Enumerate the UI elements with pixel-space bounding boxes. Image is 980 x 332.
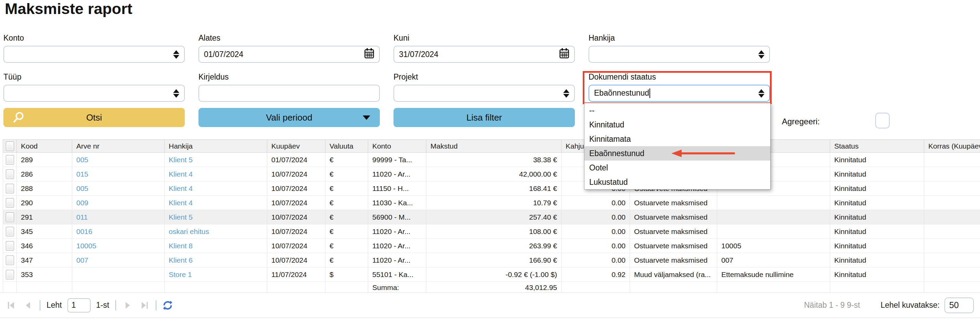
dokumendi-staatus-select[interactable]: Ebaõnnestunud xyxy=(589,85,770,102)
red-arrow-left-icon xyxy=(671,149,736,158)
hankija-select[interactable] xyxy=(589,46,770,63)
cell-makstud: 38.38 € xyxy=(426,153,562,167)
cell-arve-nr xyxy=(72,267,165,282)
cell-arve-nr: 011 xyxy=(72,210,165,224)
cell-tuup: Ostuarvete maksmised xyxy=(630,253,717,267)
select-all-checkbox[interactable] xyxy=(6,141,14,151)
dropdown-option[interactable]: Lukustatud xyxy=(584,175,770,189)
row-checkbox[interactable] xyxy=(6,241,14,251)
row-checkbox[interactable] xyxy=(6,198,14,208)
projekt-select[interactable] xyxy=(393,85,575,102)
page-number-input[interactable]: 1 xyxy=(67,298,91,313)
invoice-link[interactable]: 0016 xyxy=(76,228,92,236)
otsi-button[interactable]: Otsi xyxy=(3,108,185,127)
field-hankija: Hankija xyxy=(589,33,770,63)
supplier-link[interactable]: Klient 8 xyxy=(169,242,192,250)
header-konto: Konto xyxy=(368,140,426,153)
refresh-icon[interactable] xyxy=(162,300,173,310)
konto-select[interactable] xyxy=(3,46,185,63)
cell-arve-nr: 005 xyxy=(72,153,165,167)
supplier-link[interactable]: Klient 5 xyxy=(169,213,192,221)
cell-hankija: Store 1 xyxy=(165,267,267,282)
invoice-link[interactable]: 005 xyxy=(76,185,88,192)
dropdown-option[interactable]: Kinnitamata xyxy=(584,132,770,146)
cell-makstud: 10.79 € xyxy=(426,196,562,210)
vali-periood-button[interactable]: Vali periood xyxy=(199,108,380,127)
row-checkbox[interactable] xyxy=(6,184,14,193)
cell-valuuta: € xyxy=(325,153,368,167)
first-page-icon[interactable] xyxy=(6,300,16,310)
header-makstud: Makstud xyxy=(426,140,562,153)
leht-label: Leht xyxy=(46,300,62,310)
table-row: 291 011 Klient 5 10/07/2024 € 56900 - M.… xyxy=(3,210,980,224)
previous-page-icon[interactable] xyxy=(23,300,33,310)
invoice-link[interactable]: 007 xyxy=(76,256,88,264)
table-row: 288 005 Klient 4 10/07/2024 € 11150 - H.… xyxy=(3,181,980,196)
page-size-input[interactable]: 50 xyxy=(944,297,974,313)
cell-konto: 11030 - Ka... xyxy=(368,196,426,210)
invoice-link[interactable]: 011 xyxy=(76,213,88,221)
field-kirjeldus: Kirjeldus xyxy=(199,72,380,102)
next-page-icon[interactable] xyxy=(122,300,132,310)
dokumendi-staatus-label: Dokumendi staatus xyxy=(589,72,770,82)
lisa-filter-button[interactable]: Lisa filter xyxy=(393,108,575,127)
calendar-icon[interactable] xyxy=(559,48,570,61)
row-checkbox[interactable] xyxy=(6,155,14,164)
cell-kuupaev: 10/07/2024 xyxy=(267,239,325,253)
row-checkbox[interactable] xyxy=(6,212,14,222)
cell-korras xyxy=(924,224,980,239)
field-alates: Alates 01/07/2024 xyxy=(199,33,380,63)
supplier-link[interactable]: Klient 4 xyxy=(169,185,192,192)
cell-viide: 10005 xyxy=(717,239,830,253)
row-checkbox[interactable] xyxy=(6,227,14,236)
cell-arve-nr: 007 xyxy=(72,253,165,267)
cell-makstud: 166.90 € xyxy=(426,253,562,267)
agregeeri-checkbox[interactable] xyxy=(875,113,890,128)
cell-staatus: Kinnitatud xyxy=(830,267,924,282)
cell-makstud: 42,000.00 € xyxy=(426,167,562,181)
cell-kood: 289 xyxy=(17,153,72,167)
row-checkbox[interactable] xyxy=(6,256,14,265)
supplier-link[interactable]: Klient 6 xyxy=(169,256,192,264)
tuup-select[interactable] xyxy=(3,85,185,102)
kuni-date-input[interactable]: 31/07/2024 xyxy=(393,46,575,63)
calendar-icon[interactable] xyxy=(364,48,374,61)
dropdown-option[interactable]: -- xyxy=(584,103,770,117)
cell-makstud: -0.92 € (-1.00 $) xyxy=(426,267,562,282)
cell-valuuta: € xyxy=(325,167,368,181)
supplier-link[interactable]: Klient 5 xyxy=(169,156,192,164)
row-checkbox[interactable] xyxy=(6,169,14,179)
kirjeldus-input[interactable] xyxy=(199,85,380,102)
cell-kood: 345 xyxy=(17,224,72,239)
cell-staatus: Kinnitatud xyxy=(830,224,924,239)
cell-hankija: Klient 4 xyxy=(165,167,267,181)
status-dropdown: -- Kinnitatud Kinnitamata Ebaõnnestunud … xyxy=(584,103,771,190)
cell-kood: 290 xyxy=(17,196,72,210)
cell-valuuta: € xyxy=(325,210,368,224)
cell-korras xyxy=(924,210,980,224)
cell-korras xyxy=(924,167,980,181)
supplier-link[interactable]: oskari ehitus xyxy=(169,228,209,236)
cell-kahjum: 0.00 xyxy=(562,239,630,253)
cell-arve-nr: 009 xyxy=(72,196,165,210)
invoice-link[interactable]: 009 xyxy=(76,199,88,207)
invoice-link[interactable]: 015 xyxy=(76,170,88,178)
table-row: 286 015 Klient 4 10/07/2024 € 11020 - Ar… xyxy=(3,167,980,181)
dropdown-option[interactable]: Kinnitatud xyxy=(584,117,770,132)
supplier-link[interactable]: Store 1 xyxy=(169,270,192,278)
cell-hankija: Klient 5 xyxy=(165,210,267,224)
header-kood: Kood xyxy=(17,140,72,153)
last-page-icon[interactable] xyxy=(139,300,150,310)
invoice-link[interactable]: 10005 xyxy=(76,242,96,250)
alates-date-input[interactable]: 01/07/2024 xyxy=(199,46,380,63)
supplier-link[interactable]: Klient 4 xyxy=(169,170,192,178)
supplier-link[interactable]: Klient 4 xyxy=(169,199,192,207)
cell-konto: 55101 - Ka... xyxy=(368,267,426,282)
cell-hankija: oskari ehitus xyxy=(165,224,267,239)
row-checkbox[interactable] xyxy=(6,270,14,280)
invoice-link[interactable]: 005 xyxy=(76,156,88,164)
cell-kahjum: 0.00 xyxy=(562,224,630,239)
dropdown-option[interactable]: Ootel xyxy=(584,161,770,175)
summa-value: 43,012.95 xyxy=(426,282,562,293)
cell-konto: 56900 - M... xyxy=(368,210,426,224)
